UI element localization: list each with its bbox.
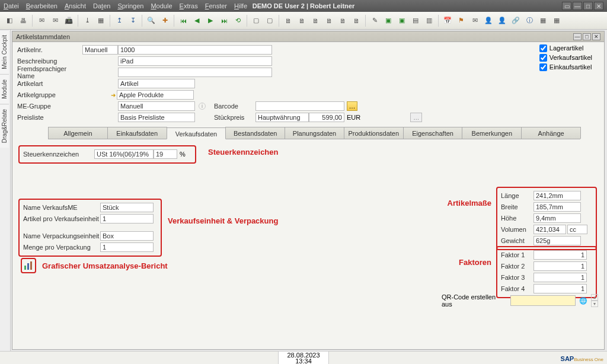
stueckpreis-input[interactable] [309, 113, 344, 122]
tb-doc3-icon[interactable]: 🗎 [309, 15, 321, 27]
winbtn-close[interactable]: ✕ [594, 2, 603, 10]
tb-fax-icon[interactable]: 📠 [63, 15, 75, 27]
chart-report-button[interactable] [21, 258, 36, 273]
tb-help-icon[interactable]: ⓘ [523, 15, 535, 27]
volumen-input[interactable] [533, 225, 566, 234]
tb-excel-icon[interactable]: ▦ [95, 15, 107, 27]
winbtn-1[interactable]: ▭ [562, 2, 571, 10]
steuer-select[interactable]: USt 16%(06)/19% [94, 149, 154, 159]
qr-down-icon[interactable]: ▾ [591, 301, 598, 307]
tb-filter-icon[interactable]: ▤ [410, 15, 421, 27]
tb-layout-icon[interactable]: ▥ [423, 15, 435, 27]
tb-unlock-icon[interactable]: ↧ [127, 15, 139, 27]
menu-bearbeiten[interactable]: Bearbeiten [26, 2, 57, 9]
tb-doc6-icon[interactable]: 🗎 [350, 15, 362, 27]
fremd-input[interactable] [118, 68, 272, 77]
f4-input[interactable] [533, 284, 587, 293]
menu-springen[interactable]: Springen [117, 2, 143, 9]
preisliste-select[interactable]: Basis Preisliste [118, 113, 195, 122]
artikelgruppe-select[interactable]: Apple Produkte [117, 90, 194, 100]
sidetab-module[interactable]: Module [0, 74, 9, 104]
tb-g1-icon[interactable]: ▢ [250, 15, 262, 27]
breite-input[interactable] [533, 202, 581, 212]
megruppe-select[interactable]: Manuell [118, 101, 195, 111]
tab-bestandsdaten[interactable]: Bestandsdaten [225, 127, 285, 139]
tb-cal-icon[interactable]: 📅 [442, 15, 453, 27]
tb-edit-icon[interactable]: ✎ [369, 15, 381, 27]
menu-datei[interactable]: Datei [4, 2, 19, 9]
tab-verkaufsdaten[interactable]: Verkaufsdaten [167, 127, 226, 139]
tab-einkaufsdaten[interactable]: Einkaufsdaten [107, 127, 167, 139]
winbtn-min[interactable]: — [573, 2, 582, 10]
tb-ok2-icon[interactable]: ▣ [396, 15, 408, 27]
tb-doc2-icon[interactable]: 🗎 [296, 15, 308, 27]
qr-input[interactable] [510, 295, 576, 306]
chk-einkaufsartikel[interactable] [539, 63, 547, 71]
f3-input[interactable] [533, 273, 587, 282]
tb-user-icon[interactable]: 👤 [483, 15, 494, 27]
stueckpreis-more-button[interactable]: … [410, 113, 422, 122]
menu-fenster[interactable]: Fenster [205, 2, 227, 9]
tb-alert-icon[interactable]: ⚑ [455, 15, 467, 27]
artikelnr-input[interactable] [118, 45, 272, 55]
panel-min-icon[interactable]: — [573, 33, 582, 40]
sidetab-cockpit[interactable]: Mein Cockpit [0, 30, 9, 74]
sidetab-dragrelate[interactable]: Drag&Relate [0, 104, 9, 148]
menu-hilfe[interactable]: Hilfe [234, 2, 247, 9]
gewicht-input[interactable] [533, 236, 581, 245]
volumen-unit-select[interactable]: cc [567, 225, 587, 234]
tab-anhaenge[interactable]: Anhänge [521, 127, 581, 139]
steuer-percent-input[interactable] [154, 149, 177, 159]
tb-first-icon[interactable]: ⏮ [177, 15, 189, 27]
tb-prev-icon[interactable]: ◀ [191, 15, 203, 27]
tb-print-icon[interactable]: 🖶 [17, 15, 29, 27]
tb-user2-icon[interactable]: 👤 [496, 15, 508, 27]
tab-planungsdaten[interactable]: Planungsdaten [285, 127, 344, 139]
beschreibung-input[interactable] [118, 56, 272, 66]
name-me-input[interactable] [100, 203, 154, 212]
tb-ok-icon[interactable]: ▣ [382, 15, 394, 27]
artikelgruppe-link-icon[interactable]: ➜ [111, 92, 116, 98]
tb-last-icon[interactable]: ⏭ [218, 15, 230, 27]
tb-sheet-icon[interactable]: ▦ [537, 15, 549, 27]
hoehe-input[interactable] [533, 213, 581, 223]
chk-verkaufsartikel[interactable] [539, 54, 547, 62]
qr-up-icon[interactable]: ▴ [591, 294, 598, 301]
tb-sms-icon[interactable]: ✉ [49, 15, 61, 27]
tb-doc1-icon[interactable]: 🗎 [282, 15, 294, 27]
menge-vp-input[interactable] [100, 242, 154, 252]
menu-module[interactable]: Module [151, 2, 172, 9]
menu-extras[interactable]: Extras [180, 2, 198, 9]
tab-eigenschaften[interactable]: Eigenschaften [403, 127, 463, 139]
artikelnr-mode-select[interactable]: Manuell [82, 45, 118, 55]
panel-close-icon[interactable]: ✕ [592, 33, 600, 40]
tb-more-icon[interactable]: ▦ [551, 15, 563, 27]
art-pro-input[interactable] [100, 214, 154, 223]
tab-bemerkungen[interactable]: Bemerkungen [462, 127, 522, 139]
tb-refresh-icon[interactable]: ⟲ [232, 15, 244, 27]
tb-find-icon[interactable]: 🔍 [145, 15, 157, 27]
tb-lock-icon[interactable]: ↥ [113, 15, 125, 27]
menu-ansicht[interactable]: Ansicht [65, 2, 86, 9]
barcode-input[interactable] [255, 101, 344, 111]
tb-preview-icon[interactable]: ◧ [4, 15, 15, 27]
tb-export-icon[interactable]: ⤓ [81, 15, 93, 27]
name-vp-input[interactable] [100, 231, 154, 241]
tb-msg-icon[interactable]: ✉ [469, 15, 481, 27]
tb-next-icon[interactable]: ▶ [205, 15, 216, 27]
panel-max-icon[interactable]: □ [583, 33, 591, 40]
tb-g2-icon[interactable]: ▢ [264, 15, 276, 27]
tab-allgemein[interactable]: Allgemein [48, 127, 108, 139]
menu-daten[interactable]: Daten [93, 2, 110, 9]
tb-link-icon[interactable]: 🔗 [510, 15, 522, 27]
megruppe-info-icon[interactable]: i [199, 103, 206, 110]
tb-doc4-icon[interactable]: 🗎 [323, 15, 335, 27]
f1-input[interactable] [533, 250, 587, 260]
laenge-input[interactable] [533, 191, 581, 200]
tab-produktionsdaten[interactable]: Produktionsdaten [344, 127, 404, 139]
tb-mail-icon[interactable]: ✉ [36, 15, 47, 27]
artikelart-select[interactable]: Artikel [118, 79, 195, 88]
barcode-browse-button[interactable]: … [347, 101, 357, 111]
tb-doc5-icon[interactable]: 🗎 [337, 15, 349, 27]
f2-input[interactable] [533, 261, 587, 271]
